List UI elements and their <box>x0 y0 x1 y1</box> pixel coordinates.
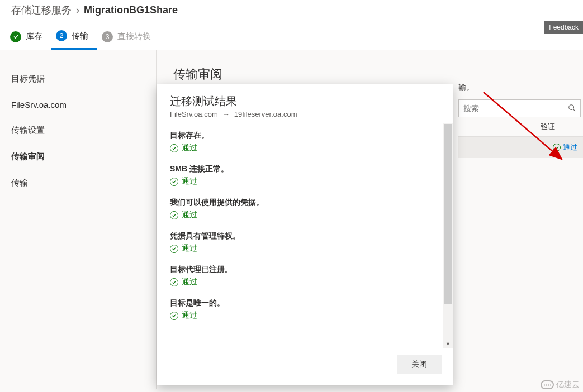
target-server-name: 19fileserver.oa.com <box>234 110 297 118</box>
arrow-right-icon: → <box>222 110 230 118</box>
check-icon <box>170 178 178 186</box>
result-label: 凭据具有管理特权。 <box>170 231 439 241</box>
scrollbar[interactable]: ▲ ▼ <box>443 123 453 348</box>
check-icon <box>170 278 178 286</box>
status-text: 通过 <box>182 277 197 287</box>
watermark-text: 亿速云 <box>556 380 580 390</box>
search-input[interactable] <box>463 104 568 113</box>
step-inventory[interactable]: 库存 <box>6 27 51 49</box>
check-icon <box>553 144 561 151</box>
dialog-body: 目标存在。 通过 SMB 连接正常。 通过 我们可以使用提供的凭据。 通过 凭据… <box>157 123 453 348</box>
check-icon <box>170 144 178 152</box>
watermark-logo-icon <box>541 380 554 389</box>
dialog-subtitle: FileSrv.oa.com → 19fileserver.oa.com <box>170 110 439 118</box>
check-icon <box>170 312 178 320</box>
result-item: 我们可以使用提供的凭据。 通过 <box>170 198 439 220</box>
table-column-validate[interactable]: 验证 <box>458 117 583 137</box>
check-icon <box>170 245 178 253</box>
result-label: 目标是唯一的。 <box>170 298 439 308</box>
search-box[interactable] <box>458 99 581 117</box>
migration-test-results-dialog: 迁移测试结果 FileSrv.oa.com → 19fileserver.oa.… <box>157 84 453 385</box>
result-status: 通过 <box>170 210 439 220</box>
step-number: 3 <box>102 31 113 42</box>
sidebar-item-transfer-settings[interactable]: 传输设置 <box>4 117 156 144</box>
status-text: 通过 <box>182 210 197 220</box>
step-label: 传输 <box>72 31 88 41</box>
feedback-button[interactable]: Feedback <box>544 21 583 34</box>
step-label: 库存 <box>26 31 42 42</box>
result-item: 目标是唯一的。 通过 <box>170 298 439 321</box>
result-item: 目标代理已注册。 通过 <box>170 265 439 287</box>
page-title: 传输审阅 <box>173 66 583 83</box>
step-number: 2 <box>56 30 67 41</box>
validation-status-link[interactable]: 通过 <box>563 142 577 152</box>
sidebar-item-transfer[interactable]: 传输 <box>4 170 156 196</box>
status-text: 通过 <box>182 176 197 187</box>
result-status: 通过 <box>170 277 439 287</box>
scrollbar-thumb[interactable] <box>444 124 452 304</box>
step-done-icon <box>10 31 21 42</box>
breadcrumb: 存储迁移服务 › MigrationBG1Share <box>0 0 583 20</box>
result-label: 目标代理已注册。 <box>170 265 439 275</box>
watermark: 亿速云 <box>541 380 580 390</box>
breadcrumb-service[interactable]: 存储迁移服务 <box>11 3 72 17</box>
result-item: SMB 连接正常。 通过 <box>170 164 439 187</box>
check-icon <box>170 211 178 219</box>
status-text: 通过 <box>182 310 197 321</box>
result-status: 通过 <box>170 176 439 187</box>
result-label: 目标存在。 <box>170 131 439 141</box>
svg-line-1 <box>573 109 576 111</box>
sidebar-item-target-credentials[interactable]: 目标凭据 <box>4 66 156 92</box>
search-icon[interactable] <box>568 104 576 113</box>
scroll-down-arrow-icon[interactable]: ▼ <box>443 339 453 348</box>
table-row[interactable]: 通过 <box>458 137 583 158</box>
results-table: 验证 通过 <box>458 117 583 158</box>
dialog-header: 迁移测试结果 FileSrv.oa.com → 19fileserver.oa.… <box>157 84 453 123</box>
step-transfer[interactable]: 2 传输 <box>51 26 97 50</box>
result-status: 通过 <box>170 310 439 321</box>
dialog-footer: 关闭 <box>157 348 453 385</box>
status-text: 通过 <box>182 143 197 153</box>
source-server-name: FileSrv.oa.com <box>170 110 218 118</box>
result-status: 通过 <box>170 143 439 153</box>
breadcrumb-current: MigrationBG1Share <box>84 4 178 16</box>
close-button[interactable]: 关闭 <box>397 355 442 374</box>
breadcrumb-separator: › <box>76 4 79 16</box>
wizard-steps: 库存 2 传输 3 直接转换 <box>0 20 583 50</box>
result-status: 通过 <box>170 243 439 254</box>
sidebar-item-transfer-review[interactable]: 传输审阅 <box>4 144 156 170</box>
svg-point-0 <box>569 104 574 109</box>
result-label: SMB 连接正常。 <box>170 164 439 174</box>
sidebar-item-source-server[interactable]: FileSrv.oa.com <box>4 92 156 117</box>
result-label: 我们可以使用提供的凭据。 <box>170 198 439 208</box>
sidebar: 目标凭据 FileSrv.oa.com 传输设置 传输审阅 传输 <box>0 50 157 389</box>
result-item: 凭据具有管理特权。 通过 <box>170 231 439 254</box>
step-cutover[interactable]: 3 直接转换 <box>97 27 160 49</box>
page-description-fragment: 输。 <box>458 83 474 93</box>
result-item: 目标存在。 通过 <box>170 131 439 153</box>
status-text: 通过 <box>182 243 197 254</box>
dialog-title: 迁移测试结果 <box>170 94 439 109</box>
step-label: 直接转换 <box>117 31 151 42</box>
